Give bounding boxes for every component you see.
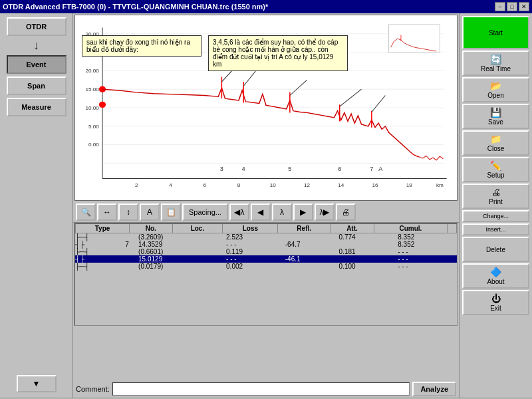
svg-text:3: 3 [220,166,223,172]
table-row[interactable]: ├─┤(3.2609)2.5230.7748.352 [75,233,457,241]
setup-button[interactable]: ✏️ Setup [462,157,529,182]
print-icon: 🖨 [491,187,501,198]
table-scroll[interactable]: ├─┤(3.2609)2.5230.7748.352┤├714.3529- - … [75,233,457,313]
spacing-button[interactable]: Spacing... [182,203,228,221]
table-area: Type No. Loc. Loss Refl. Att. Cumul. [74,223,458,326]
close-button[interactable]: ✕ [519,2,529,11]
table-row[interactable]: ┤├714.3529- - --64.78.352 [75,241,457,248]
title-bar: OTDR Advanced FTB-7000 (0) - TTVTGL-QUAN… [0,0,532,13]
setup-icon: ✏️ [490,160,501,171]
exit-button[interactable]: ⏻ Exit [462,290,529,315]
left-panel: OTDR ↓ Event Span Measure ▼ [0,13,73,398]
zoom-in-button[interactable]: 🔍 [76,203,96,221]
svg-text:6: 6 [338,166,341,172]
open-button[interactable]: 📂 Open [462,77,529,102]
svg-text:4: 4 [169,182,172,188]
svg-text:0.00: 0.00 [88,142,100,148]
lambda-button[interactable]: λ [272,203,292,221]
minimize-button[interactable]: – [495,2,505,11]
comment-label: Comment: [76,385,110,393]
col-no: No. [130,224,172,233]
event-prev-button[interactable]: ◀ [251,203,271,221]
col-refl: Refl. [278,224,331,233]
svg-text:16: 16 [372,182,378,188]
tooltip-2: 3,4,5,6 là các điểm suy hao, có thể do c… [208,35,348,71]
event-table: Type No. Loc. Loss Refl. Att. Cumul. [75,223,457,233]
comment-area: Comment: Analyze [73,380,459,398]
print-chart-button[interactable]: 🖨 [336,203,356,221]
realtime-icon: 🔄 [490,54,501,65]
clipboard-button[interactable]: 📋 [161,203,181,221]
nav-otdr[interactable]: OTDR [7,17,66,36]
delete-button[interactable]: Delete [462,237,529,262]
save-icon: 💾 [490,107,501,118]
zoom-out-y-button[interactable]: ↕ [118,203,138,221]
svg-point-29 [99,102,106,108]
svg-text:2: 2 [135,182,138,188]
zoom-out-x-button[interactable]: ↔ [97,203,117,221]
nav-span[interactable]: Span [7,76,66,95]
nav-event[interactable]: Event [7,55,66,74]
table-container: Type No. Loc. Loss Refl. Att. Cumul. [73,223,459,380]
right-panel: Start 🔄 Real Time 📂 Open 💾 Save 📁 Close … [459,13,532,398]
col-loss: Loss [223,224,278,233]
close-icon: 📁 [490,134,501,144]
table-row[interactable]: ┤├15.0129- - --46.1- - - [75,255,457,263]
svg-text:km: km [436,182,444,188]
open-icon: 📂 [490,80,501,91]
prev-lambda-button[interactable]: ◀λ [229,203,249,221]
svg-text:A: A [378,166,382,172]
svg-text:15.00: 15.00 [85,86,99,92]
maximize-button[interactable]: □ [507,2,517,11]
tooltip-1: sau khi chạy đo xong thì nó hiện ra biểu… [82,35,201,57]
col-type: Type [76,224,130,233]
svg-text:10: 10 [270,182,277,188]
svg-text:4: 4 [242,166,245,172]
comment-input[interactable] [112,382,410,396]
window-controls[interactable]: – □ ✕ [495,2,529,11]
window-title: OTDR Advanced FTB-7000 (0) - TTVTGL-QUAN… [3,3,268,11]
svg-text:5.00: 5.00 [88,124,100,130]
svg-text:10.00: 10.00 [85,105,99,111]
insert-button[interactable]: Insert... [462,223,529,235]
col-att: Att. [331,224,374,233]
svg-text:18: 18 [406,182,412,188]
main-container: OTDR ↓ Event Span Measure ▼ sau khi chạy… [0,13,532,398]
svg-text:8: 8 [237,182,241,188]
svg-rect-46 [389,25,440,53]
table-row[interactable]: ├─┤(0.0179)0.0020.100- - - [75,263,457,270]
close-button-right[interactable]: 📁 Close [462,130,529,156]
change-button[interactable]: Change... [462,210,529,222]
about-icon: 🔷 [490,267,501,277]
table-row[interactable]: ├─┤(0.6601)0.1190.181- - - [75,248,457,255]
about-button[interactable]: 🔷 About [462,263,529,289]
svg-text:6: 6 [203,182,206,188]
realtime-button[interactable]: 🔄 Real Time [462,51,529,76]
next-lambda-button[interactable]: λ▶ [315,203,334,221]
start-button[interactable]: Start [462,16,529,49]
label-button[interactable]: A [140,203,160,221]
svg-text:14: 14 [338,182,344,188]
save-button[interactable]: 💾 Save [462,104,529,129]
analyze-button[interactable]: Analyze [412,382,456,396]
event-next-button[interactable]: ▶ [293,203,313,221]
nav-area: OTDR ↓ Event Span Measure ▼ [0,13,72,398]
chart-wrapper: sau khi chạy đo xong thì nó hiện ra biểu… [74,15,458,201]
col-loc: Loc. [172,224,223,233]
print-button[interactable]: 🖨 Print [462,184,529,209]
exit-icon: ⏻ [491,293,501,304]
svg-text:5: 5 [288,166,291,172]
nav-down-button[interactable]: ▼ [17,375,57,392]
toolbar: 🔍 ↔ ↕ A 📋 Spacing... ◀λ ◀ λ ▶ λ▶ 🖨 [73,202,459,223]
svg-text:12: 12 [304,182,310,188]
chart-area: sau khi chạy đo xong thì nó hiện ra biểu… [73,13,459,398]
nav-arrow-down: ↓ [33,39,39,53]
nav-measure[interactable]: Measure [7,98,66,116]
col-cumul: Cumul. [374,224,447,233]
col-scroll [448,224,457,233]
svg-text:7: 7 [370,166,373,172]
svg-text:20.00: 20.00 [85,68,99,74]
